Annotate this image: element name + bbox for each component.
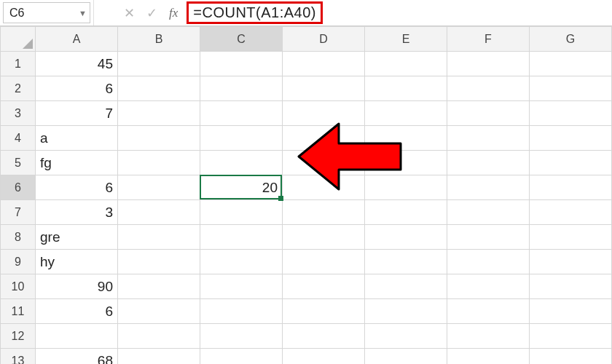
cell-C6[interactable]: 20 (200, 175, 283, 200)
cell-G2[interactable] (530, 76, 612, 101)
cell-D2[interactable] (283, 76, 365, 101)
col-header-G[interactable]: G (530, 27, 612, 52)
cell-E12[interactable] (365, 324, 447, 349)
cell-F12[interactable] (447, 324, 530, 349)
cell-A10[interactable]: 90 (36, 274, 118, 299)
row-header-2[interactable]: 2 (1, 76, 36, 101)
cell-F1[interactable] (447, 52, 530, 76)
cell-B9[interactable] (118, 250, 200, 274)
row-header-12[interactable]: 12 (1, 324, 36, 349)
cell-A12[interactable] (36, 324, 118, 349)
cell-E2[interactable] (365, 76, 447, 101)
cell-D3[interactable] (283, 101, 365, 126)
row-header-9[interactable]: 9 (1, 250, 36, 274)
cell-F4[interactable] (447, 126, 530, 151)
cell-E3[interactable] (365, 101, 447, 126)
cell-G4[interactable] (530, 126, 612, 151)
cell-G5[interactable] (530, 151, 612, 175)
cell-B11[interactable] (118, 299, 200, 324)
cell-F3[interactable] (447, 101, 530, 126)
cell-A5[interactable]: fg (36, 151, 118, 175)
cell-E1[interactable] (365, 52, 447, 76)
row-header-6[interactable]: 6 (1, 175, 36, 200)
cell-B1[interactable] (118, 52, 200, 76)
col-header-C[interactable]: C (200, 27, 283, 52)
cell-B13[interactable] (118, 349, 200, 365)
cell-E9[interactable] (365, 250, 447, 274)
row-header-13[interactable]: 13 (1, 349, 36, 365)
cell-C8[interactable] (200, 225, 283, 250)
cell-A8[interactable]: gre (36, 225, 118, 250)
row-header-11[interactable]: 11 (1, 299, 36, 324)
cell-A13[interactable]: 68 (36, 349, 118, 365)
cell-A2[interactable]: 6 (36, 76, 118, 101)
cell-F8[interactable] (447, 225, 530, 250)
cell-E5[interactable] (365, 151, 447, 175)
cell-G9[interactable] (530, 250, 612, 274)
cell-C12[interactable] (200, 324, 283, 349)
cell-B6[interactable] (118, 175, 200, 200)
cell-F7[interactable] (447, 200, 530, 225)
cell-F2[interactable] (447, 76, 530, 101)
row-header-7[interactable]: 7 (1, 200, 36, 225)
cell-C10[interactable] (200, 274, 283, 299)
cell-B10[interactable] (118, 274, 200, 299)
cell-G10[interactable] (530, 274, 612, 299)
cell-D5[interactable] (283, 151, 365, 175)
cell-F13[interactable] (447, 349, 530, 365)
cell-B5[interactable] (118, 151, 200, 175)
cell-D1[interactable] (283, 52, 365, 76)
col-header-D[interactable]: D (283, 27, 365, 52)
cancel-icon[interactable]: ✕ (124, 5, 135, 21)
name-box-dropdown-icon[interactable]: ▼ (79, 9, 87, 17)
cell-B4[interactable] (118, 126, 200, 151)
select-all-corner[interactable] (1, 27, 36, 52)
cell-A11[interactable]: 6 (36, 299, 118, 324)
cell-E4[interactable] (365, 126, 447, 151)
cell-D7[interactable] (283, 200, 365, 225)
name-box[interactable]: C6 ▼ (3, 2, 90, 23)
cell-G3[interactable] (530, 101, 612, 126)
cell-B8[interactable] (118, 225, 200, 250)
col-header-E[interactable]: E (365, 27, 447, 52)
cell-D12[interactable] (283, 324, 365, 349)
cell-C5[interactable] (200, 151, 283, 175)
cell-E10[interactable] (365, 274, 447, 299)
row-header-5[interactable]: 5 (1, 151, 36, 175)
row-header-10[interactable]: 10 (1, 274, 36, 299)
row-header-1[interactable]: 1 (1, 52, 36, 76)
cell-C1[interactable] (200, 52, 283, 76)
cell-D9[interactable] (283, 250, 365, 274)
cell-D11[interactable] (283, 299, 365, 324)
cell-A6[interactable]: 6 (36, 175, 118, 200)
cell-B2[interactable] (118, 76, 200, 101)
enter-icon[interactable]: ✓ (146, 5, 157, 21)
cell-E13[interactable] (365, 349, 447, 365)
cell-A4[interactable]: a (36, 126, 118, 151)
cell-F6[interactable] (447, 175, 530, 200)
cell-E6[interactable] (365, 175, 447, 200)
cell-C2[interactable] (200, 76, 283, 101)
cell-C3[interactable] (200, 101, 283, 126)
cell-E11[interactable] (365, 299, 447, 324)
cell-E7[interactable] (365, 200, 447, 225)
cell-D8[interactable] (283, 225, 365, 250)
row-header-8[interactable]: 8 (1, 225, 36, 250)
cell-C4[interactable] (200, 126, 283, 151)
row-header-4[interactable]: 4 (1, 126, 36, 151)
cell-F5[interactable] (447, 151, 530, 175)
cell-A1[interactable]: 45 (36, 52, 118, 76)
cell-C7[interactable] (200, 200, 283, 225)
cell-B12[interactable] (118, 324, 200, 349)
col-header-F[interactable]: F (447, 27, 530, 52)
cell-D10[interactable] (283, 274, 365, 299)
cell-D13[interactable] (283, 349, 365, 365)
cell-B3[interactable] (118, 101, 200, 126)
cell-A7[interactable]: 3 (36, 200, 118, 225)
row-header-3[interactable]: 3 (1, 101, 36, 126)
cell-G1[interactable] (530, 52, 612, 76)
cell-C11[interactable] (200, 299, 283, 324)
formula-input[interactable]: =COUNT(A1:A40) (185, 0, 612, 25)
col-header-B[interactable]: B (118, 27, 200, 52)
cell-A3[interactable]: 7 (36, 101, 118, 126)
